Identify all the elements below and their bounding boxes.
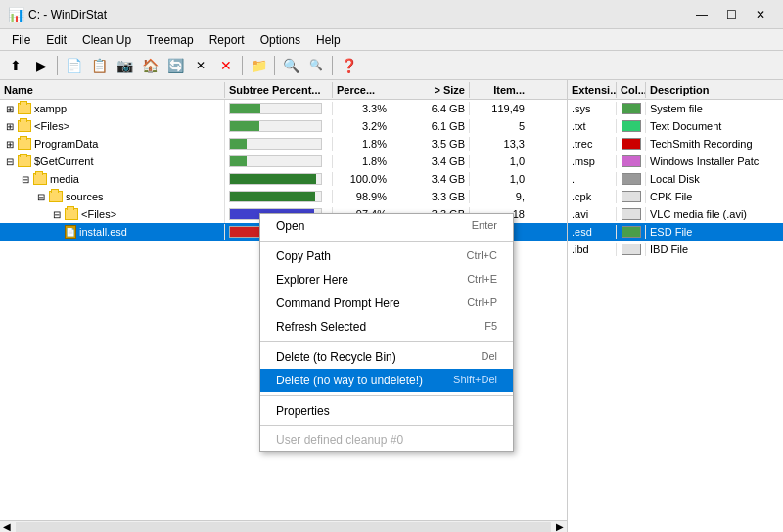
ctx-delete-permanent[interactable]: Delete (no way to undelete!) Shift+Del [260, 369, 513, 392]
minimize-button[interactable]: — [687, 5, 716, 24]
ctx-sep3 [260, 395, 513, 396]
ctx-copy-path[interactable]: Copy Path Ctrl+C [260, 244, 513, 268]
menu-report[interactable]: Report [202, 31, 253, 49]
menu-options[interactable]: Options [253, 31, 308, 49]
ext-desc: IBD File [646, 243, 783, 256]
ctx-refresh[interactable]: Refresh Selected F5 [260, 315, 513, 338]
ext-color [617, 155, 646, 168]
expand-icon[interactable]: ⊟ [49, 206, 65, 222]
row-items-files1: 5 [470, 119, 529, 133]
title-bar-text: C: - WinDirStat [28, 8, 687, 22]
ctx-explorer-here[interactable]: Explorer Here Ctrl+E [260, 268, 513, 291]
toolbar-open-folder[interactable]: 📁 [247, 54, 270, 77]
row-percent-getcurrent: 1.8% [333, 155, 392, 168]
bar-fill [230, 156, 247, 166]
row-percent-sources: 98.9% [333, 190, 392, 203]
h-scrollbar-area: ◀ ▶ [0, 520, 567, 532]
ctx-open[interactable]: Open Enter [260, 214, 513, 238]
ext-desc: VLC media file (.avi) [646, 207, 783, 221]
toolbar-zoom-out[interactable]: 🔍 [304, 54, 328, 77]
tree-row[interactable]: ⊟ media 100.0% 3.4 GB 1,0 [0, 170, 567, 188]
toolbar-delete[interactable]: ✕ [214, 54, 238, 77]
ext-row[interactable]: .msp Windows Installer Patc [568, 153, 783, 170]
close-button[interactable]: ✕ [746, 5, 775, 24]
ctx-delete-recycle[interactable]: Delete (to Recycle Bin) Del [260, 345, 513, 369]
ext-row[interactable]: .ibd IBD File [568, 241, 783, 258]
expand-icon[interactable]: ⊞ [2, 101, 18, 116]
toolbar-copy-path[interactable]: 📄 [62, 54, 85, 77]
folder-icon [18, 120, 31, 132]
row-name-media: ⊟ media [0, 170, 225, 188]
window-controls: — ☐ ✕ [687, 5, 775, 24]
expand-icon[interactable]: ⊟ [18, 171, 33, 187]
ctx-cmd-here[interactable]: Command Prompt Here Ctrl+P [260, 291, 513, 315]
bar-container [229, 173, 322, 185]
ext-desc: Local Disk [646, 172, 783, 186]
row-subtree-files1 [225, 119, 333, 133]
col-header-items[interactable]: Item... [470, 82, 529, 98]
ext-name: .txt [568, 119, 617, 133]
ext-col-desc[interactable]: Description [646, 82, 769, 98]
menu-edit[interactable]: Edit [38, 31, 74, 49]
ext-color [617, 172, 646, 186]
ext-name: .sys [568, 102, 617, 115]
col-header-size[interactable]: > Size [392, 82, 470, 98]
h-scrollbar[interactable] [16, 522, 551, 532]
toolbar-screenshot[interactable]: 📷 [113, 54, 136, 77]
row-percent-programdata: 1.8% [333, 137, 392, 151]
tree-row[interactable]: ⊞ <Files> 3.2% 6.1 GB 5 [0, 117, 567, 135]
bar-container [229, 191, 322, 202]
menu-treemap[interactable]: Treemap [139, 31, 202, 49]
ext-row[interactable]: .sys System file [568, 100, 783, 117]
col-header-name[interactable]: Name [0, 82, 225, 98]
scroll-left[interactable]: ◀ [0, 521, 14, 532]
bar-fill [230, 192, 315, 201]
ext-row[interactable]: . Local Disk [568, 170, 783, 188]
maximize-button[interactable]: ☐ [716, 5, 746, 24]
folder-icon [18, 155, 31, 167]
toolbar-paste[interactable]: 📋 [87, 54, 111, 77]
ext-name-selected: .esd [568, 225, 617, 239]
toolbar-refresh[interactable]: 🔄 [163, 54, 187, 77]
toolbar-back[interactable]: ⬆ [4, 54, 27, 77]
menu-cleanup[interactable]: Clean Up [74, 31, 139, 49]
row-subtree-programdata [225, 137, 333, 151]
tree-row[interactable]: ⊞ ProgramData 1.8% 3.5 GB 13,3 [0, 135, 567, 153]
ctx-properties[interactable]: Properties [260, 399, 513, 422]
row-items-media: 1,0 [470, 172, 529, 186]
ext-row[interactable]: .avi VLC media file (.avi) [568, 205, 783, 223]
expand-icon[interactable]: ⊟ [2, 154, 18, 169]
ext-col-color[interactable]: Col... [617, 82, 646, 98]
ext-name: .cpk [568, 190, 617, 203]
bar-container [229, 120, 322, 132]
menu-file[interactable]: File [4, 31, 38, 49]
menu-help[interactable]: Help [308, 31, 348, 49]
expand-icon[interactable]: ⊟ [33, 189, 49, 204]
toolbar-sep4 [332, 56, 333, 75]
ext-row-selected[interactable]: .esd ESD File [568, 223, 783, 241]
expand-icon[interactable]: ⊞ [2, 136, 18, 152]
col-header-subtree[interactable]: Subtree Percent... [225, 82, 333, 98]
toolbar-sep3 [274, 56, 275, 75]
tree-row[interactable]: ⊞ xampp 3.3% 6.4 GB 119,49 [0, 100, 567, 117]
toolbar-zoom-in[interactable]: 🔍 [279, 54, 302, 77]
ext-row[interactable]: .txt Text Document [568, 117, 783, 135]
tree-row[interactable]: ⊟ sources 98.9% 3.3 GB 9, [0, 188, 567, 205]
ext-row[interactable]: .trec TechSmith Recording [568, 135, 783, 153]
row-name-programdata: ⊞ ProgramData [0, 135, 225, 153]
tree-row[interactable]: ⊟ $GetCurrent 1.8% 3.4 GB 1,0 [0, 153, 567, 170]
ext-desc: Text Document [646, 119, 783, 133]
row-name-files2: ⊟ <Files> [0, 205, 225, 223]
toolbar-cancel[interactable]: ✕ [189, 54, 212, 77]
toolbar-play[interactable]: ▶ [29, 54, 53, 77]
ext-row[interactable]: .cpk CPK File [568, 188, 783, 205]
ext-color-selected [617, 225, 646, 239]
title-bar: 📊 C: - WinDirStat — ☐ ✕ [0, 0, 783, 29]
expand-icon[interactable]: ⊞ [2, 118, 18, 134]
ext-col-name[interactable]: Extensi... [568, 82, 617, 98]
col-header-percent[interactable]: Perce... [333, 82, 392, 98]
row-percent-media: 100.0% [333, 172, 392, 186]
toolbar-help[interactable]: ❓ [337, 54, 360, 77]
scroll-right[interactable]: ▶ [553, 521, 567, 532]
toolbar-home[interactable]: 🏠 [138, 54, 161, 77]
